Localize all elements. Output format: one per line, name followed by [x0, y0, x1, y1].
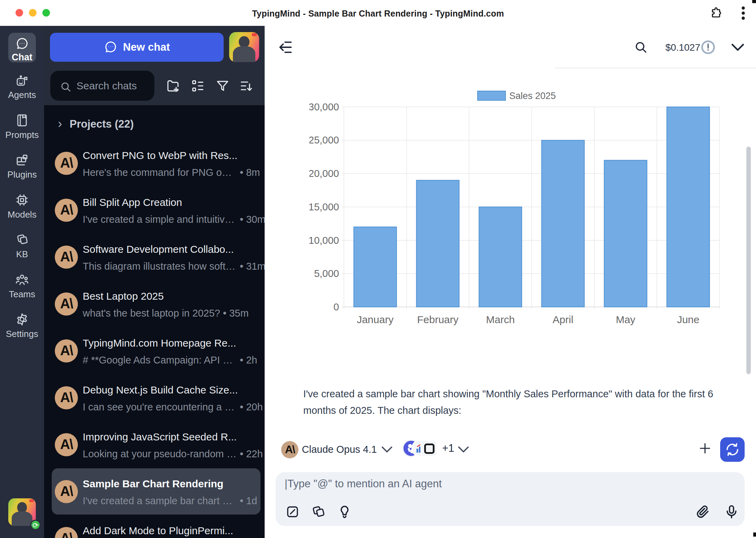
svg-text:March: March [486, 314, 515, 325]
svg-text:February: February [417, 314, 458, 325]
svg-text:5,000: 5,000 [314, 268, 339, 279]
svg-text:25,000: 25,000 [309, 134, 339, 146]
svg-text:June: June [677, 314, 699, 325]
svg-text:0: 0 [334, 301, 339, 312]
svg-text:May: May [616, 314, 635, 325]
svg-text:20,000: 20,000 [309, 168, 339, 179]
svg-text:10,000: 10,000 [309, 235, 339, 246]
svg-text:Sales 2025: Sales 2025 [509, 91, 556, 101]
svg-text:30,000: 30,000 [309, 101, 339, 112]
svg-text:15,000: 15,000 [309, 201, 339, 212]
svg-text:April: April [553, 314, 573, 325]
svg-text:January: January [357, 314, 394, 325]
